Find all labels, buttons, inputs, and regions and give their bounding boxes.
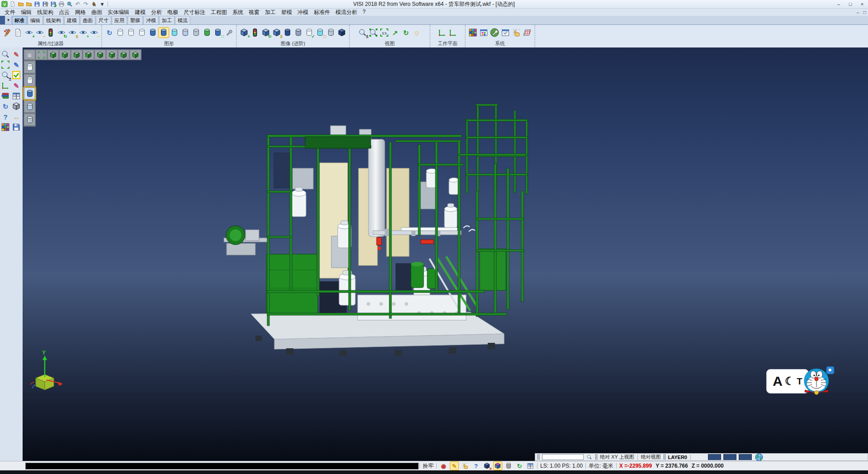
wireframe-cylinder-icon[interactable] (115, 28, 125, 38)
view-top-icon[interactable] (106, 50, 118, 60)
advanced-toggle-icon[interactable]: ± (272, 28, 282, 38)
new-file-icon[interactable] (9, 0, 16, 8)
menu-item-?[interactable]: ? (360, 9, 368, 16)
viewport-menu-icon[interactable]: ≡ (24, 50, 35, 60)
menu-item-加工[interactable]: 加工 (262, 9, 278, 16)
erase-sketch-icon[interactable]: ✎ (11, 49, 21, 59)
menu-item-编辑[interactable]: 编辑 (18, 9, 34, 16)
menu-item-尺寸标注[interactable]: 尺寸标注 (181, 9, 208, 16)
save-view-icon[interactable] (11, 122, 21, 132)
window-layout-icon[interactable] (11, 91, 21, 101)
spline-icon[interactable]: ✎ (11, 60, 21, 70)
active-layer-status[interactable]: LAYER0 (668, 455, 687, 460)
menu-item-系统[interactable]: 系统 (230, 9, 246, 16)
view-mode-status[interactable]: 绝对视图 (641, 454, 661, 460)
shaded-cylinder-icon[interactable] (148, 28, 158, 38)
render-hidden-line-icon[interactable] (24, 74, 35, 86)
tab-mould[interactable]: 塑膜 (127, 16, 143, 24)
regen-view-icon[interactable]: ↻ (0, 101, 10, 111)
print-icon[interactable] (58, 0, 65, 8)
tab-die[interactable]: 冲模 (143, 16, 159, 24)
toolbar-gripper[interactable] (537, 454, 540, 460)
solid-cylinder-icon[interactable] (283, 28, 292, 38)
save-all-icon[interactable] (50, 0, 57, 8)
tab-wireframe[interactable]: 线架构 (43, 16, 64, 24)
machine-model[interactable] (224, 100, 531, 356)
snap-toggle[interactable]: 拴牢 (421, 462, 435, 470)
transparent-cylinder-icon[interactable] (170, 28, 179, 38)
view-front-icon[interactable] (59, 50, 71, 60)
hide-all-icon[interactable]: − (89, 28, 99, 38)
validated-cylinder-icon[interactable]: ✓ (304, 28, 314, 38)
curve-icon[interactable]: ✎ (11, 81, 21, 90)
view-iso-icon[interactable] (47, 50, 59, 60)
menu-item-模流分析[interactable]: 模流分析 (333, 9, 360, 16)
tab-dimension[interactable]: 尺寸 (96, 16, 111, 24)
hide-entities-icon[interactable]: − (35, 28, 45, 38)
tab-modeling[interactable]: 建模 (64, 16, 80, 24)
print-preview-icon[interactable] (66, 0, 73, 8)
split-window-icon[interactable] (526, 462, 534, 470)
workplane-create-icon[interactable] (437, 28, 447, 38)
minimize-button[interactable]: – (833, 0, 844, 8)
system-tools-icon[interactable] (490, 28, 500, 38)
view-orientation-status[interactable]: 绝对 XY 上视图 (600, 454, 634, 460)
zoom-1to1-icon[interactable]: 1:1 (379, 28, 389, 38)
window-select-icon[interactable] (0, 60, 10, 70)
zoom-extents-icon[interactable] (368, 28, 378, 38)
clamp-icon[interactable]: ◉ (439, 462, 448, 470)
menu-item-网格[interactable]: 网格 (72, 9, 89, 16)
tab-application[interactable]: 应用 (112, 16, 127, 24)
view-iso-se-icon[interactable] (130, 50, 141, 60)
visi-logo[interactable]: V (1, 0, 8, 8)
attributes-brush-icon[interactable] (2, 28, 12, 38)
save-icon[interactable] (33, 0, 41, 8)
shaded-edges-cylinder-icon[interactable] (159, 28, 169, 38)
copy-cylinder-icon[interactable]: □ (315, 28, 325, 38)
compare-cylinder-icon[interactable] (202, 28, 212, 38)
search-icon[interactable] (586, 454, 593, 460)
move-ucs-icon[interactable] (0, 81, 10, 90)
menu-item-塑模[interactable]: 塑模 (278, 9, 295, 16)
measure-icon[interactable]: ↔ (11, 112, 21, 122)
shade-cube-icon[interactable] (494, 462, 502, 470)
snap-grid-icon[interactable] (511, 28, 521, 38)
graphics-viewport[interactable]: ≡ (23, 47, 868, 461)
show-all-icon[interactable]: + (78, 28, 88, 38)
menu-item-建模[interactable]: 建模 (132, 9, 148, 16)
layers-icon[interactable] (0, 122, 10, 132)
color-palette-icon[interactable] (468, 28, 478, 38)
layer-color-swatch[interactable] (708, 454, 721, 460)
menu-item-电极[interactable]: 电极 (165, 9, 181, 16)
view-back-icon[interactable] (71, 50, 82, 60)
show-entities-icon[interactable]: + (24, 28, 34, 38)
menu-item-线架构[interactable]: 线架构 (34, 9, 56, 16)
viewer-icon[interactable]: ♞ (90, 0, 98, 8)
menu-item-视窗[interactable]: 视窗 (246, 9, 262, 16)
striped-cylinder-icon[interactable] (293, 28, 303, 38)
confirm-icon[interactable] (11, 70, 21, 80)
toolbar-gripper[interactable] (595, 454, 598, 460)
graphics-settings-icon[interactable] (224, 28, 234, 38)
view-bottom-icon[interactable] (118, 50, 129, 60)
zoom-in-out-icon[interactable]: ± (358, 28, 368, 38)
pick-wand-icon[interactable]: ✎ (450, 462, 458, 470)
menu-item-文件[interactable]: 文件 (2, 9, 18, 16)
insert-file-icon[interactable]: + (25, 0, 33, 8)
view-right-icon[interactable] (94, 50, 106, 60)
zoom-window-icon[interactable]: ± (0, 70, 10, 80)
render-ghost-icon[interactable] (24, 100, 35, 113)
render-books-icon[interactable] (0, 91, 10, 101)
maximize-button[interactable]: □ (844, 0, 856, 8)
toggle-visibility-icon[interactable]: ± (67, 28, 77, 38)
tab-machining[interactable]: 加工 (159, 16, 175, 24)
rotate-view-icon[interactable]: ↻ (401, 28, 411, 38)
refresh-visibility-icon[interactable]: ↻ (57, 28, 66, 38)
hidden-line-cylinder-icon[interactable] (126, 28, 136, 38)
render-wireframe-icon[interactable] (24, 61, 35, 73)
menu-item-冲模[interactable]: 冲模 (295, 9, 311, 16)
menu-item-点云[interactable]: 点云 (56, 9, 72, 16)
advanced-refresh-icon[interactable]: ↻ (261, 28, 271, 38)
render-mesh-icon[interactable] (24, 114, 35, 126)
tab-edit[interactable]: 编辑 (28, 16, 43, 24)
